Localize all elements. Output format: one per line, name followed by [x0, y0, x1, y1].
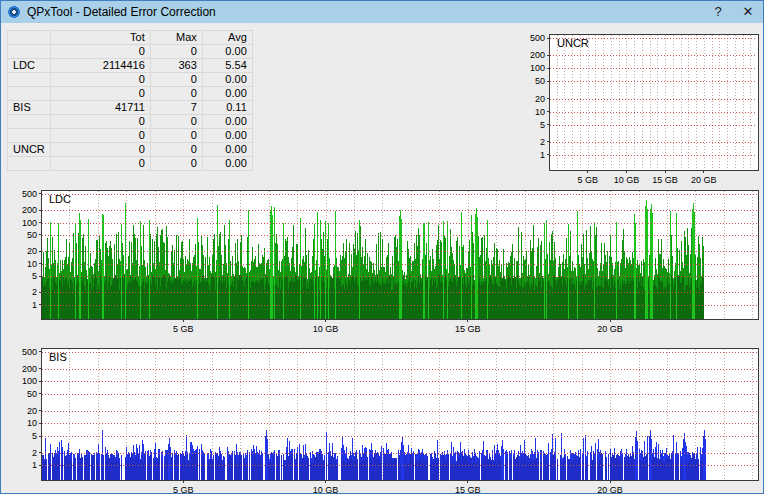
y-tick-label: 500 [22, 347, 37, 357]
stats-header-max: Max [150, 31, 202, 45]
y-tick-label: 5 [540, 120, 545, 130]
title-bar[interactable]: QPxTool - Detailed Error Correction ? ✕ [1, 1, 763, 23]
stats-value: 5.54 [202, 59, 252, 73]
y-tick-label: 2 [32, 448, 37, 458]
stats-row-label [8, 115, 51, 129]
stats-value: 0 [150, 157, 202, 171]
stats-row: 000.00 [8, 157, 253, 171]
stats-value: 0.00 [202, 115, 252, 129]
stats-value: 0 [150, 143, 202, 157]
y-tick-label: 200 [530, 50, 545, 60]
uncr-chart-title: UNCR [557, 37, 589, 49]
stats-row: 000.00 [8, 129, 253, 143]
stats-value: 363 [150, 59, 202, 73]
stats-value: 0 [150, 45, 202, 59]
stats-header-row: Tot Max Avg [8, 31, 253, 45]
stats-row: 000.00 [8, 115, 253, 129]
stats-value: 0.00 [202, 129, 252, 143]
y-tick-label: 5 [32, 271, 37, 281]
stats-corner-cell [8, 31, 51, 45]
stats-value: 0 [50, 45, 150, 59]
stats-row-label: UNCR [8, 143, 51, 157]
x-tick-label: 15 GB [455, 324, 481, 334]
bis-chart-title: BIS [49, 351, 67, 363]
stats-row: BIS4171170.11 [8, 101, 253, 115]
uncr-chart: UNCR5002001005020105215 GB10 GB15 GB20 G… [516, 29, 764, 187]
y-tick-label: 50 [27, 230, 37, 240]
stats-value: 2114416 [50, 59, 150, 73]
stats-row: 000.00 [8, 45, 253, 59]
stats-row-label [8, 129, 51, 143]
stats-value: 0 [150, 73, 202, 87]
stats-value: 0.00 [202, 45, 252, 59]
y-tick-label: 2 [32, 287, 37, 297]
stats-row-label [8, 157, 51, 171]
stats-value: 0 [50, 157, 150, 171]
stats-header-avg: Avg [202, 31, 252, 45]
stats-row-label [8, 45, 51, 59]
close-button[interactable]: ✕ [733, 1, 763, 23]
y-tick-label: 200 [22, 364, 37, 374]
bis-chart: BIS5002001005020105215 GB10 GB15 GB20 GB [9, 344, 761, 494]
stats-value: 0.00 [202, 87, 252, 101]
x-tick-label: 5 GB [173, 324, 194, 334]
stats-row-label: BIS [8, 101, 51, 115]
x-tick-label: 20 GB [597, 485, 623, 494]
y-tick-label: 100 [22, 218, 37, 228]
x-tick-label: 10 GB [313, 324, 339, 334]
y-tick-label: 2 [540, 137, 545, 147]
stats-value: 0.00 [202, 157, 252, 171]
x-tick-label: 20 GB [691, 175, 717, 185]
x-tick-label: 15 GB [455, 485, 481, 494]
stats-row-label: LDC [8, 59, 51, 73]
x-tick-label: 5 GB [173, 485, 194, 494]
stats-value: 41711 [50, 101, 150, 115]
stats-value: 0 [150, 87, 202, 101]
y-tick-label: 5 [32, 431, 37, 441]
y-tick-label: 20 [27, 406, 37, 416]
stats-header-tot: Tot [50, 31, 150, 45]
y-tick-label: 20 [535, 94, 545, 104]
qpxtool-window: QPxTool - Detailed Error Correction ? ✕ … [0, 0, 764, 494]
stats-value: 0 [50, 73, 150, 87]
qpxtool-app-icon [7, 5, 21, 19]
y-tick-label: 20 [27, 246, 37, 256]
stats-row: 000.00 [8, 87, 253, 101]
y-tick-label: 1 [32, 300, 37, 310]
y-tick-label: 10 [27, 259, 37, 269]
y-tick-label: 10 [27, 418, 37, 428]
ldc-chart-title: LDC [49, 193, 71, 205]
y-tick-label: 100 [530, 63, 545, 73]
stats-row: UNCR000.00 [8, 143, 253, 157]
stats-row: LDC21144163635.54 [8, 59, 253, 73]
ldc-chart: LDC5002001005020105215 GB10 GB15 GB20 GB [9, 186, 761, 338]
y-tick-label: 500 [530, 33, 545, 43]
error-stats-table: Tot Max Avg 000.00LDC21144163635.54000.0… [7, 30, 253, 171]
x-tick-label: 5 GB [577, 175, 598, 185]
help-button[interactable]: ? [703, 1, 733, 23]
y-tick-label: 200 [22, 205, 37, 215]
x-tick-label: 10 GB [614, 175, 640, 185]
stats-row: 000.00 [8, 73, 253, 87]
stats-value: 0 [150, 129, 202, 143]
stats-row-label [8, 87, 51, 101]
y-tick-label: 1 [540, 150, 545, 160]
x-tick-label: 20 GB [597, 324, 623, 334]
window-title: QPxTool - Detailed Error Correction [27, 5, 703, 19]
stats-value: 0.00 [202, 73, 252, 87]
y-tick-label: 50 [535, 76, 545, 86]
y-tick-label: 100 [22, 376, 37, 386]
stats-value: 0 [50, 115, 150, 129]
y-tick-label: 10 [535, 107, 545, 117]
stats-value: 0 [50, 87, 150, 101]
stats-value: 0 [50, 129, 150, 143]
stats-row-label [8, 73, 51, 87]
stats-value: 0.00 [202, 143, 252, 157]
x-tick-label: 10 GB [313, 485, 339, 494]
stats-value: 0.11 [202, 101, 252, 115]
y-tick-label: 1 [32, 460, 37, 470]
stats-value: 0 [50, 143, 150, 157]
stats-value: 0 [150, 115, 202, 129]
x-tick-label: 15 GB [652, 175, 678, 185]
y-tick-label: 500 [22, 189, 37, 199]
